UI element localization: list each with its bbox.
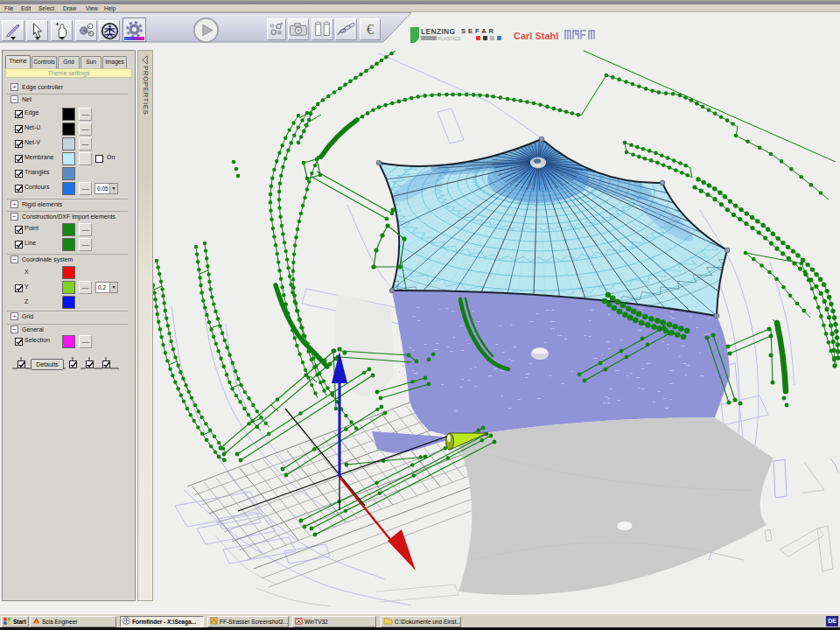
svg-text:Carl Stahl: Carl Stahl [514, 31, 558, 41]
svg-text:LENZING: LENZING [421, 27, 455, 36]
svg-text:€: € [367, 21, 374, 38]
svg-text:PLASTICS: PLASTICS [438, 36, 461, 41]
svg-text:SEFAR: SEFAR [461, 27, 496, 35]
